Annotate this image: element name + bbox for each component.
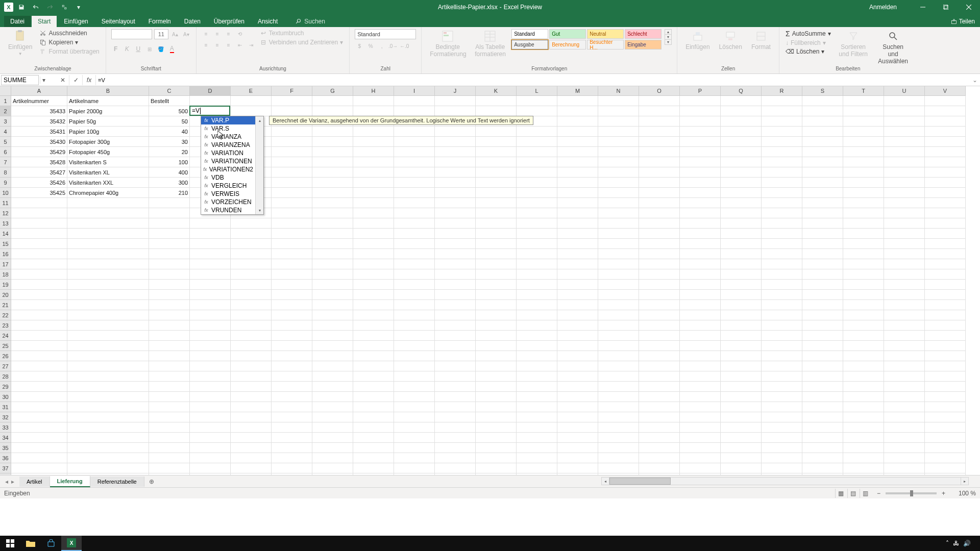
cell-Q20[interactable]: [721, 290, 762, 300]
cell-A15[interactable]: [11, 239, 67, 249]
cell-N25[interactable]: [598, 341, 639, 351]
percent-icon[interactable]: %: [366, 41, 375, 51]
cell-P17[interactable]: [680, 259, 721, 269]
cell-M22[interactable]: [557, 310, 598, 320]
cell-C32[interactable]: [149, 412, 190, 422]
cell-J31[interactable]: [435, 402, 476, 412]
cell-V13[interactable]: [925, 218, 966, 229]
cell-J4[interactable]: [435, 127, 476, 137]
cell-P20[interactable]: [680, 290, 721, 300]
cell-L28[interactable]: [517, 371, 557, 382]
save-icon[interactable]: [15, 2, 28, 13]
cell-G21[interactable]: [312, 300, 353, 310]
cell-U13[interactable]: [884, 218, 925, 229]
cell-P3[interactable]: [680, 116, 721, 127]
cell-S35[interactable]: [802, 443, 843, 453]
cell-B2[interactable]: Papier 2000g: [67, 106, 149, 116]
cell-J28[interactable]: [435, 371, 476, 382]
cell-F25[interactable]: [272, 341, 312, 351]
cell-I7[interactable]: [394, 157, 435, 167]
cell-B4[interactable]: Papier 100g: [67, 127, 149, 137]
cell-N30[interactable]: [598, 392, 639, 402]
cell-F12[interactable]: [272, 208, 312, 218]
cell-Q30[interactable]: [721, 392, 762, 402]
cell-I25[interactable]: [394, 341, 435, 351]
cell-P15[interactable]: [680, 239, 721, 249]
cell-I18[interactable]: [394, 269, 435, 280]
cell-V2[interactable]: [925, 106, 966, 116]
cell-I21[interactable]: [394, 300, 435, 310]
cell-S32[interactable]: [802, 412, 843, 422]
cell-E14[interactable]: [231, 229, 272, 239]
style-ausgabe[interactable]: Ausgabe: [511, 40, 548, 49]
cell-Q14[interactable]: [721, 229, 762, 239]
cell-S31[interactable]: [802, 402, 843, 412]
cell-C23[interactable]: [149, 320, 190, 331]
cell-Q11[interactable]: [721, 198, 762, 208]
cell-V33[interactable]: [925, 422, 966, 433]
cell-M12[interactable]: [557, 208, 598, 218]
expand-formula-bar[interactable]: ⌄: [970, 77, 980, 84]
cell-K25[interactable]: [476, 341, 517, 351]
cell-V6[interactable]: [925, 147, 966, 157]
cell-B16[interactable]: [67, 249, 149, 259]
cell-V11[interactable]: [925, 198, 966, 208]
function-option-varp[interactable]: fxVAR.P: [201, 116, 255, 124]
cell-B18[interactable]: [67, 269, 149, 280]
cell-R29[interactable]: [762, 382, 802, 392]
cell-S20[interactable]: [802, 290, 843, 300]
row-header-9[interactable]: 9: [0, 178, 11, 188]
cell-R30[interactable]: [762, 392, 802, 402]
tray-volume-icon[interactable]: 🔊: [963, 540, 971, 547]
cell-O19[interactable]: [639, 280, 680, 290]
paste-button[interactable]: Einfügen▼: [5, 29, 35, 57]
cell-A33[interactable]: [11, 422, 67, 433]
cell-I23[interactable]: [394, 320, 435, 331]
cell-H14[interactable]: [353, 229, 394, 239]
row-header-10[interactable]: 10: [0, 188, 11, 198]
cell-Q31[interactable]: [721, 402, 762, 412]
cell-P37[interactable]: [680, 463, 721, 473]
row-header-8[interactable]: 8: [0, 167, 11, 178]
cell-R4[interactable]: [762, 127, 802, 137]
cell-H26[interactable]: [353, 351, 394, 361]
row-header-30[interactable]: 30: [0, 392, 11, 402]
cell-I35[interactable]: [394, 443, 435, 453]
cell-P22[interactable]: [680, 310, 721, 320]
cell-I13[interactable]: [394, 218, 435, 229]
cell-Q24[interactable]: [721, 331, 762, 341]
cell-C6[interactable]: 20: [149, 147, 190, 157]
cell-U5[interactable]: [884, 137, 925, 147]
cell-A26[interactable]: [11, 351, 67, 361]
cell-L19[interactable]: [517, 280, 557, 290]
cell-B24[interactable]: [67, 331, 149, 341]
cell-P35[interactable]: [680, 443, 721, 453]
cell-N20[interactable]: [598, 290, 639, 300]
cell-T21[interactable]: [843, 300, 884, 310]
cells-area[interactable]: ArtikelnummerArtikelnameBestellt35433Pap…: [11, 96, 966, 475]
cell-A10[interactable]: 35425: [11, 188, 67, 198]
cell-N24[interactable]: [598, 331, 639, 341]
cell-P7[interactable]: [680, 157, 721, 167]
cell-O30[interactable]: [639, 392, 680, 402]
cell-U25[interactable]: [884, 341, 925, 351]
row-header-37[interactable]: 37: [0, 463, 11, 473]
cell-H30[interactable]: [353, 392, 394, 402]
cell-H6[interactable]: [353, 147, 394, 157]
cell-B15[interactable]: [67, 239, 149, 249]
row-header-4[interactable]: 4: [0, 127, 11, 137]
cell-C30[interactable]: [149, 392, 190, 402]
cell-H34[interactable]: [353, 433, 394, 443]
sheet-nav-buttons[interactable]: ◂▸: [0, 478, 19, 485]
cell-H28[interactable]: [353, 371, 394, 382]
row-header-27[interactable]: 27: [0, 361, 11, 371]
cell-B21[interactable]: [67, 300, 149, 310]
cell-F11[interactable]: [272, 198, 312, 208]
cell-Q7[interactable]: [721, 157, 762, 167]
cell-R8[interactable]: [762, 167, 802, 178]
cell-H23[interactable]: [353, 320, 394, 331]
cell-H31[interactable]: [353, 402, 394, 412]
cell-E17[interactable]: [231, 259, 272, 269]
cell-O8[interactable]: [639, 167, 680, 178]
cell-M25[interactable]: [557, 341, 598, 351]
